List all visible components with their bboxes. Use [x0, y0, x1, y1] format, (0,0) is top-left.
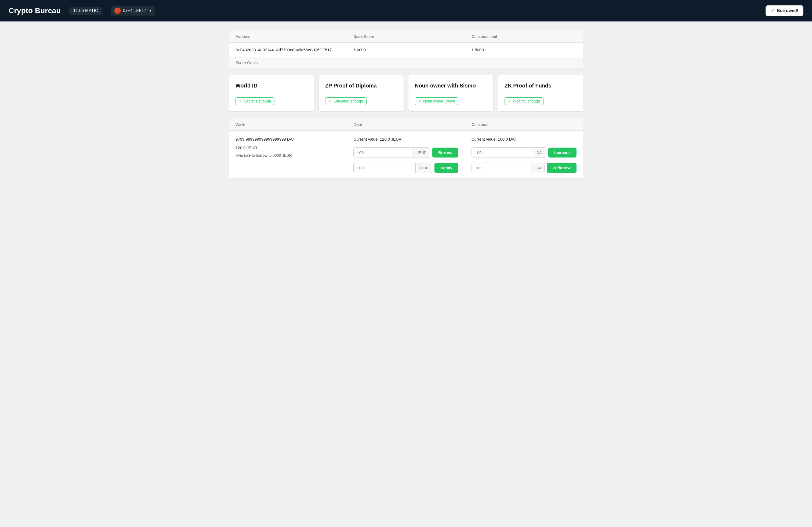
collateral-cell: Current value: 100.0 DAI DAI Increase DA… — [465, 131, 583, 178]
wallet-avatar — [114, 7, 121, 14]
wallet-address: 0xE4...E517 — [123, 8, 146, 13]
financial-body: 9799.999999999999999999 DAI 120.0 JEUR A… — [229, 131, 583, 178]
repay-input-container: JEUR — [353, 163, 432, 173]
borrowed-label: Borrowed! — [777, 8, 798, 13]
increase-input-container: DAI — [472, 147, 546, 158]
badge-check-icon-4: ✓ — [508, 99, 511, 103]
score-cards-row: World ID ✓ Sapiens enough ZP Proof of Di… — [229, 75, 583, 111]
borrow-input[interactable] — [354, 148, 413, 157]
funds-badge-label: Wealthy enough — [513, 99, 540, 103]
diploma-title: ZP Proof of Diploma — [325, 82, 397, 89]
badge-check-icon-3: ✓ — [418, 99, 422, 103]
info-table-row: 0xE432a8314d971441Ad7700e8b45d66cC326CE5… — [229, 43, 583, 57]
funds-badge: ✓ Wealthy enough — [505, 97, 543, 105]
score-goals-row: Score Goals — [229, 57, 583, 68]
withdraw-suffix: DAI — [531, 163, 544, 173]
world-id-badge: ✓ Sapiens enough — [235, 97, 274, 105]
borrow-input-container: JEUR — [353, 147, 430, 158]
financial-header: Wallet Debt Collateral — [229, 118, 583, 131]
noun-badge: ✓ Noun owner! Wow! — [415, 97, 458, 105]
collateral-coef-value: 1.5000 — [465, 43, 583, 57]
chevron-down-icon: ▾ — [149, 9, 151, 13]
withdraw-input-row: DAI Withdraw — [472, 163, 577, 173]
noun-title: Noun owner with Sismo — [415, 82, 487, 89]
base-score-header: Base Score — [347, 30, 465, 42]
badge-check-icon-2: ✓ — [329, 99, 332, 103]
base-score-value: 6.6000 — [347, 43, 465, 57]
world-id-title: World ID — [235, 82, 307, 89]
header: Crypto Bureau 11.66 MATIC 0xE4...E517 ▾ … — [0, 0, 812, 21]
main-content: Address Base Score Collateral coef 0xE43… — [218, 21, 594, 187]
repay-input-row: JEUR Repay — [353, 163, 458, 173]
financial-table: Wallet Debt Collateral 9799.999999999999… — [229, 118, 583, 179]
diploma-badge: ✓ Educated enough — [325, 97, 366, 105]
borrow-input-row: JEUR Borrow — [353, 147, 458, 158]
increase-button[interactable]: Increase — [548, 148, 577, 157]
collateral-coef-header: Collateral coef — [465, 30, 583, 42]
badge-check-icon: ✓ — [239, 99, 242, 103]
repay-input[interactable] — [354, 163, 416, 173]
withdraw-button[interactable]: Withdraw — [547, 163, 577, 173]
collateral-header: Collateral — [465, 118, 583, 131]
borrowed-badge: ✓ Borrowed! — [766, 5, 803, 16]
wallet-available-borrow: Available to borrow: 0.0000 JEUR — [235, 153, 340, 157]
increase-input-row: DAI Increase — [472, 147, 577, 158]
debt-header: Debt — [347, 118, 465, 131]
borrow-suffix: JEUR — [414, 148, 430, 157]
withdraw-input-container: DAI — [472, 163, 545, 173]
wallet-selector[interactable]: 0xE4...E517 ▾ — [111, 6, 155, 16]
world-id-badge-label: Sapiens enough — [244, 99, 271, 103]
diploma-badge-label: Educated enough — [334, 99, 363, 103]
info-table-header: Address Base Score Collateral coef — [229, 30, 583, 43]
increase-suffix: DAI — [533, 148, 546, 157]
info-table: Address Base Score Collateral coef 0xE43… — [229, 30, 583, 69]
wallet-dai: 9799.999999999999999999 DAI — [235, 136, 340, 142]
debt-cell: Current value: 120.0 JEUR JEUR Borrow JE… — [347, 131, 465, 178]
balance-display: 11.66 MATIC — [69, 7, 102, 15]
check-icon: ✓ — [771, 8, 775, 14]
score-card-diploma: ZP Proof of Diploma ✓ Educated enough — [318, 75, 404, 111]
wallet-jeur: 120.0 JEUR — [235, 145, 340, 151]
wallet-cell: 9799.999999999999999999 DAI 120.0 JEUR A… — [229, 131, 347, 178]
score-card-funds: ZK Proof of Funds ✓ Wealthy enough — [498, 75, 583, 111]
borrow-button[interactable]: Borrow — [432, 148, 458, 157]
score-card-noun: Noun owner with Sismo ✓ Noun owner! Wow! — [408, 75, 494, 111]
wallet-header: Wallet — [229, 118, 347, 131]
app-title: Crypto Bureau — [9, 6, 61, 15]
withdraw-input[interactable] — [472, 163, 532, 173]
repay-button[interactable]: Repay — [434, 163, 458, 173]
repay-suffix: JEUR — [416, 163, 432, 173]
address-header: Address — [229, 30, 347, 42]
score-card-world-id: World ID ✓ Sapiens enough — [229, 75, 314, 111]
collateral-current-value: Current value: 100.0 DAI — [472, 136, 577, 142]
debt-current-value: Current value: 120.0 JEUR — [353, 136, 458, 142]
funds-title: ZK Proof of Funds — [505, 82, 577, 89]
increase-input[interactable] — [472, 148, 533, 157]
noun-badge-label: Noun owner! Wow! — [423, 99, 455, 103]
address-value: 0xE432a8314d971441Ad7700e8b45d66cC326CE5… — [229, 43, 347, 57]
